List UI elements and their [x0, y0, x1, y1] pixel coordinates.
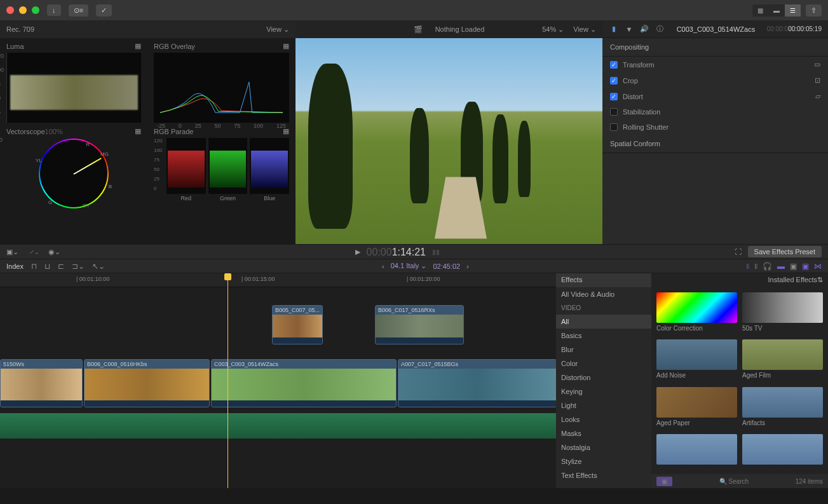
effects-category-light[interactable]: Light — [556, 398, 651, 412]
effects-category-distortion[interactable]: Distortion — [556, 371, 651, 385]
playhead[interactable] — [227, 273, 228, 488]
timeline-header: Index ⊓ ⊔ ⊏ ⊐⌄ ↖⌄ ‹ 04.1 Italy ⌄ 02:45:0… — [0, 259, 828, 273]
inspector-row-stabilization[interactable]: Stabilization — [602, 104, 828, 119]
inspector-timecode: 00:00:000:00:05:19 — [767, 25, 822, 32]
rgb-parade-scope: RGB Parade▦ 1201007550250 RedGreenBlue — [147, 123, 295, 217]
effects-browser-icon[interactable]: ▣ — [790, 262, 797, 271]
browser-toggle[interactable]: ▦ — [752, 4, 768, 17]
inspector-row-crop[interactable]: ✓Crop⊡ — [602, 72, 828, 88]
close-icon[interactable] — [6, 6, 14, 14]
scope-settings-icon[interactable]: ▦ — [135, 42, 141, 50]
inspector-row-distort[interactable]: ✓Distort▱ — [602, 88, 828, 104]
viewer-canvas[interactable] — [295, 38, 602, 244]
timeline-clip[interactable]: B006_C017_0516RXs — [375, 305, 464, 344]
effect-item[interactable]: Add Noise — [656, 339, 737, 381]
select-tool-icon[interactable]: ↖⌄ — [92, 262, 105, 271]
rgb-overlay-scope: RGB Overlay▦ -250255075100125 — [147, 38, 295, 123]
effects-sidebar: Effects All Video & AudioVIDEOAllBasicsB… — [556, 273, 651, 488]
effects-category-all-video---audio[interactable]: All Video & Audio — [556, 287, 651, 301]
timeline-toggle[interactable]: ▬ — [768, 4, 785, 17]
effects-category-masks[interactable]: Masks — [556, 426, 651, 440]
effects-search-input[interactable]: 🔍 Search — [676, 478, 792, 485]
skimming-icon[interactable]: ⫴ — [746, 262, 749, 271]
effects-category-text-effects[interactable]: Text Effects — [556, 468, 651, 482]
effect-item[interactable]: 50s TV — [742, 292, 823, 334]
effects-category-keying[interactable]: Keying — [556, 385, 651, 398]
timeline-clip[interactable]: 5150Ws — [0, 359, 83, 407]
effects-category-color[interactable]: Color — [556, 357, 651, 371]
timeline-clip[interactable]: B005_C007_05... — [272, 305, 323, 344]
inspector-toggle[interactable]: ☰ — [785, 4, 801, 17]
timeline-ruler[interactable]: | 00:01:10:00| 00:01:15:00| 00:01:20:00 — [0, 273, 556, 287]
theme-button[interactable]: ▣ — [656, 477, 672, 486]
minimize-icon[interactable] — [19, 6, 27, 14]
effect-item[interactable]: Artifacts — [742, 387, 823, 429]
inspector: ▮ ▼ 🔊 ⓘ C003_C003_0514WZacs 00:00:000:00… — [602, 20, 828, 244]
timeline[interactable]: | 00:01:10:00| 00:01:15:00| 00:01:20:00 … — [0, 273, 556, 488]
timeline-clip[interactable]: B006_C008_0516HKbs — [84, 359, 210, 407]
snap-menu[interactable]: ⟋⌄ — [28, 248, 39, 256]
effects-browser: Installed Effects⇅ Color Correction50s T… — [651, 273, 828, 488]
effect-item[interactable]: Color Correction — [656, 292, 737, 334]
index-button[interactable]: Index — [6, 262, 24, 270]
inspector-clip-name: C003_C003_0514WZacs — [677, 25, 756, 33]
fullscreen-icon[interactable]: ⛶ — [735, 248, 742, 255]
spatial-conform-section[interactable]: Spatial Conform — [602, 135, 828, 153]
effects-header: Effects — [556, 273, 651, 287]
clapperboard-icon: 🎬 — [414, 25, 423, 34]
installed-effects-menu[interactable]: Installed Effects⇅ — [651, 273, 828, 287]
inspector-row-rolling-shutter[interactable]: Rolling Shutter — [602, 119, 828, 135]
connect-clip-icon[interactable]: ⊓ — [31, 262, 37, 271]
audio-skimming-icon[interactable]: ⫴ — [754, 262, 757, 271]
view-menu[interactable]: View ⌄ — [573, 25, 596, 34]
timeline-clip[interactable]: C003_C003_0514WZacs — [211, 359, 397, 407]
effects-category-basics[interactable]: Basics — [556, 329, 651, 343]
solo-icon[interactable]: 🎧 — [763, 262, 772, 271]
project-name[interactable]: 04.1 Italy ⌄ — [391, 262, 427, 270]
clip-appearance-menu[interactable]: ▣⌄ — [6, 248, 18, 256]
timecode-display[interactable]: 00:001:14:21 — [367, 246, 426, 258]
scope-settings-icon[interactable]: ▦ — [283, 127, 289, 135]
scopes-view-menu[interactable]: View ⌄ — [266, 25, 289, 34]
play-button[interactable]: ▶ — [355, 248, 360, 256]
audio-meters: ▮▮ — [432, 248, 440, 256]
inspector-row-transform[interactable]: ✓Transform▭ — [602, 57, 828, 72]
effects-category-blur[interactable]: Blur — [556, 343, 651, 357]
effect-item[interactable]: Aged Film — [742, 339, 823, 381]
bg-tasks-button[interactable]: ✓ — [96, 4, 112, 17]
append-clip-icon[interactable]: ⊏ — [58, 262, 64, 271]
transitions-icon[interactable]: ⋈ — [814, 262, 822, 271]
info-inspector-icon[interactable]: ⓘ — [655, 24, 665, 34]
scope-settings-icon[interactable]: ▦ — [135, 127, 141, 135]
import-button[interactable]: ↓ — [47, 4, 61, 16]
luma-scope: Luma▦ 1201007550250-20 — [0, 38, 147, 123]
next-edit-button[interactable]: › — [466, 262, 469, 270]
zoom-menu[interactable]: 54% ⌄ — [542, 25, 564, 34]
prev-edit-button[interactable]: ‹ — [382, 262, 384, 270]
snapping-icon[interactable]: ▬ — [777, 262, 785, 271]
effects-category-video[interactable]: VIDEO — [556, 301, 651, 315]
video-inspector-icon[interactable]: ▮ — [609, 24, 619, 34]
insert-clip-icon[interactable]: ⊔ — [44, 262, 50, 271]
save-effects-preset-button[interactable]: Save Effects Preset — [748, 246, 822, 257]
maximize-icon[interactable] — [32, 6, 39, 14]
effect-item[interactable]: Aged Paper — [656, 387, 737, 429]
effects-category-stylize[interactable]: Stylize — [556, 454, 651, 468]
effect-item[interactable] — [656, 434, 737, 469]
effects-category-looks[interactable]: Looks — [556, 412, 651, 426]
effects-category-all[interactable]: All — [556, 315, 651, 329]
scope-settings-icon[interactable]: ▦ — [283, 42, 289, 50]
transitions-browser-icon[interactable]: ▣ — [802, 262, 809, 271]
skimming-menu[interactable]: ◉⌄ — [48, 248, 60, 256]
color-inspector-icon[interactable]: ▼ — [624, 24, 634, 34]
share-button[interactable]: ⇪ — [806, 4, 822, 17]
effects-category-nostalgia[interactable]: Nostalgia — [556, 440, 651, 454]
viewer: 🎬 Nothing Loaded 54% ⌄ View ⌄ — [295, 20, 602, 244]
audio-inspector-icon[interactable]: 🔊 — [639, 24, 649, 34]
keyword-button[interactable]: ⊙≡ — [69, 4, 88, 17]
project-duration: 02:45:02 — [433, 262, 460, 270]
overwrite-clip-icon[interactable]: ⊐⌄ — [72, 262, 85, 271]
audio-track[interactable] — [0, 413, 556, 439]
timeline-clip[interactable]: A007_C017_0515BGs — [398, 359, 556, 407]
effect-item[interactable] — [742, 434, 823, 469]
